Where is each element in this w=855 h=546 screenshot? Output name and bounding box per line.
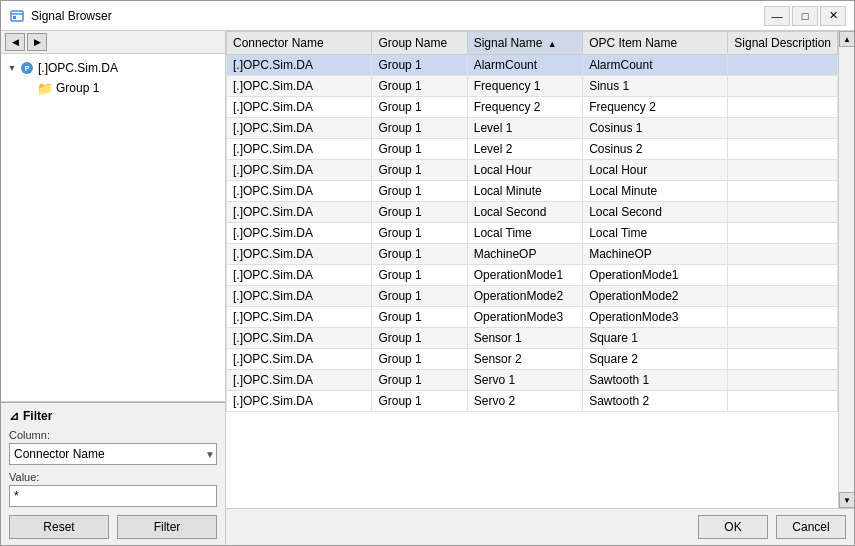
svg-rect-2 — [13, 16, 16, 19]
cell-group: Group 1 — [372, 160, 467, 181]
cell-opc: OperationMode3 — [583, 307, 728, 328]
filter-button[interactable]: Filter — [117, 515, 217, 539]
cell-group: Group 1 — [372, 223, 467, 244]
scroll-up-btn[interactable]: ▲ — [839, 31, 854, 47]
filter-value-input[interactable] — [9, 485, 217, 507]
bottom-bar: OK Cancel — [226, 508, 854, 545]
main-content: ◀ ▶ ▼ P [.]OPC.Sim.DA — [1, 31, 854, 545]
cell-group: Group 1 — [372, 76, 467, 97]
filter-header[interactable]: ⊿ Filter — [9, 409, 217, 423]
cell-group: Group 1 — [372, 118, 467, 139]
maximize-button[interactable]: □ — [792, 6, 818, 26]
col-opc[interactable]: OPC Item Name — [583, 32, 728, 55]
connector-icon: P — [19, 60, 35, 76]
cell-connector: [.]OPC.Sim.DA — [227, 265, 372, 286]
cell-group: Group 1 — [372, 181, 467, 202]
table-row[interactable]: [.]OPC.Sim.DAGroup 1OperationMode1Operat… — [227, 265, 838, 286]
cell-desc — [728, 97, 838, 118]
cell-signal: Local Second — [467, 202, 582, 223]
left-panel: ◀ ▶ ▼ P [.]OPC.Sim.DA — [1, 31, 226, 545]
table-row[interactable]: [.]OPC.Sim.DAGroup 1OperationMode2Operat… — [227, 286, 838, 307]
cell-group: Group 1 — [372, 265, 467, 286]
cell-opc: Sawtooth 2 — [583, 391, 728, 412]
table-row[interactable]: [.]OPC.Sim.DAGroup 1Frequency 2Frequency… — [227, 97, 838, 118]
tree-node-opc[interactable]: ▼ P [.]OPC.Sim.DA — [5, 58, 221, 78]
cell-opc: Local Hour — [583, 160, 728, 181]
cell-group: Group 1 — [372, 202, 467, 223]
table-row[interactable]: [.]OPC.Sim.DAGroup 1Servo 2Sawtooth 2 — [227, 391, 838, 412]
column-select[interactable]: Connector Name Group Name Signal Name OP… — [9, 443, 217, 465]
cell-opc: Square 1 — [583, 328, 728, 349]
table-row[interactable]: [.]OPC.Sim.DAGroup 1Level 2Cosinus 2 — [227, 139, 838, 160]
cell-desc — [728, 244, 838, 265]
cell-connector: [.]OPC.Sim.DA — [227, 160, 372, 181]
table-row[interactable]: [.]OPC.Sim.DAGroup 1Level 1Cosinus 1 — [227, 118, 838, 139]
cell-opc: Cosinus 1 — [583, 118, 728, 139]
col-signal[interactable]: Signal Name ▲ — [467, 32, 582, 55]
table-row[interactable]: [.]OPC.Sim.DAGroup 1Local TimeLocal Time — [227, 223, 838, 244]
cancel-button[interactable]: Cancel — [776, 515, 846, 539]
cell-connector: [.]OPC.Sim.DA — [227, 391, 372, 412]
filter-buttons: Reset Filter — [9, 515, 217, 539]
opc-node-label: [.]OPC.Sim.DA — [38, 61, 118, 75]
cell-signal: Sensor 2 — [467, 349, 582, 370]
value-label: Value: — [9, 471, 217, 483]
table-row[interactable]: [.]OPC.Sim.DAGroup 1Servo 1Sawtooth 1 — [227, 370, 838, 391]
folder-icon: 📁 — [37, 80, 53, 96]
tree-node-group1[interactable]: 📁 Group 1 — [23, 78, 221, 98]
table-row[interactable]: [.]OPC.Sim.DAGroup 1Local MinuteLocal Mi… — [227, 181, 838, 202]
cell-opc: Local Second — [583, 202, 728, 223]
signal-table: Connector Name Group Name Signal Name ▲ — [226, 31, 838, 412]
tree-expand-btn[interactable]: ▶ — [27, 33, 47, 51]
table-row[interactable]: [.]OPC.Sim.DAGroup 1Frequency 1Sinus 1 — [227, 76, 838, 97]
cell-signal: Local Minute — [467, 181, 582, 202]
svg-text:P: P — [25, 65, 30, 72]
cell-group: Group 1 — [372, 307, 467, 328]
col-desc[interactable]: Signal Description — [728, 32, 838, 55]
col-connector[interactable]: Connector Name — [227, 32, 372, 55]
table-row[interactable]: [.]OPC.Sim.DAGroup 1Sensor 1Square 1 — [227, 328, 838, 349]
cell-connector: [.]OPC.Sim.DA — [227, 328, 372, 349]
minimize-button[interactable]: — — [764, 6, 790, 26]
table-row[interactable]: [.]OPC.Sim.DAGroup 1AlarmCountAlarmCount — [227, 55, 838, 76]
reset-button[interactable]: Reset — [9, 515, 109, 539]
expand-icon[interactable]: ▼ — [5, 61, 19, 75]
cell-desc — [728, 202, 838, 223]
title-bar: Signal Browser — □ ✕ — [1, 1, 854, 31]
cell-connector: [.]OPC.Sim.DA — [227, 118, 372, 139]
cell-opc: Square 2 — [583, 349, 728, 370]
table-wrapper[interactable]: Connector Name Group Name Signal Name ▲ — [226, 31, 838, 508]
cell-opc: Sawtooth 1 — [583, 370, 728, 391]
window-icon — [9, 8, 25, 24]
svg-rect-0 — [11, 11, 23, 21]
ok-button[interactable]: OK — [698, 515, 768, 539]
tree-toolbar: ◀ ▶ — [1, 31, 225, 54]
table-row[interactable]: [.]OPC.Sim.DAGroup 1Local SecondLocal Se… — [227, 202, 838, 223]
col-group[interactable]: Group Name — [372, 32, 467, 55]
scrollbar[interactable]: ▲ ▼ — [838, 31, 854, 508]
scroll-track[interactable] — [839, 47, 854, 492]
cell-desc — [728, 55, 838, 76]
cell-connector: [.]OPC.Sim.DA — [227, 223, 372, 244]
cell-opc: OperationMode2 — [583, 286, 728, 307]
cell-desc — [728, 370, 838, 391]
table-row[interactable]: [.]OPC.Sim.DAGroup 1Sensor 2Square 2 — [227, 349, 838, 370]
cell-desc — [728, 76, 838, 97]
close-button[interactable]: ✕ — [820, 6, 846, 26]
window-controls: — □ ✕ — [764, 6, 846, 26]
cell-connector: [.]OPC.Sim.DA — [227, 202, 372, 223]
group1-label: Group 1 — [56, 81, 99, 95]
cell-opc: OperationMode1 — [583, 265, 728, 286]
cell-signal: Frequency 2 — [467, 97, 582, 118]
table-row[interactable]: [.]OPC.Sim.DAGroup 1OperationMode3Operat… — [227, 307, 838, 328]
tree-collapse-btn[interactable]: ◀ — [5, 33, 25, 51]
scroll-down-btn[interactable]: ▼ — [839, 492, 854, 508]
table-row[interactable]: [.]OPC.Sim.DAGroup 1MachineOPMachineOP — [227, 244, 838, 265]
filter-collapse-icon: ⊿ — [9, 409, 19, 423]
cell-desc — [728, 349, 838, 370]
tree-area[interactable]: ▼ P [.]OPC.Sim.DA 📁 — [1, 54, 225, 402]
cell-group: Group 1 — [372, 139, 467, 160]
group-expand-icon[interactable] — [23, 81, 37, 95]
signal-browser-window: Signal Browser — □ ✕ ◀ ▶ ▼ — [0, 0, 855, 546]
table-row[interactable]: [.]OPC.Sim.DAGroup 1Local HourLocal Hour — [227, 160, 838, 181]
